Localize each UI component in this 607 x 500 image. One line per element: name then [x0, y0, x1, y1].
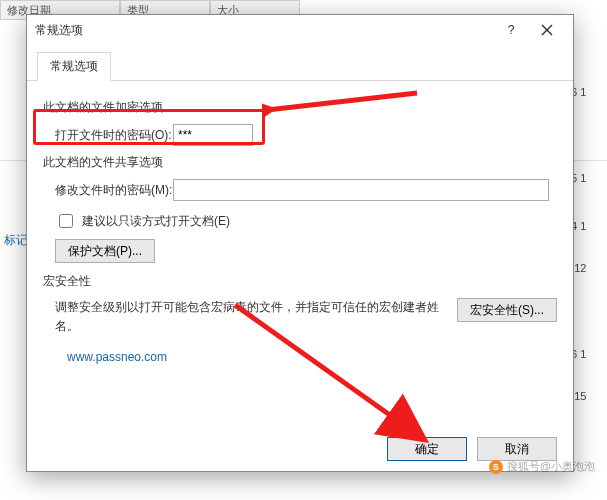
readonly-label: 建议以只读方式打开文档(E)	[82, 213, 230, 230]
macro-description: 调整安全级别以打开可能包含宏病毒的文件，并指定可信任的宏创建者姓名。	[55, 298, 447, 336]
general-options-dialog: 常规选项 ? 常规选项 此文档的文件加密选项 打开文件时的密码(O): 此文档的…	[26, 14, 574, 472]
cancel-button[interactable]: 取消	[477, 437, 557, 461]
section-share-label: 此文档的文件共享选项	[43, 154, 557, 171]
readonly-checkbox[interactable]	[59, 214, 73, 228]
help-button[interactable]: ?	[493, 16, 529, 44]
open-password-row: 打开文件时的密码(O):	[55, 124, 557, 146]
watermark-text: 搜狐号@小奥泡泡	[507, 459, 595, 474]
tabstrip: 常规选项	[27, 45, 573, 81]
dialog-content: 此文档的文件加密选项 打开文件时的密码(O): 此文档的文件共享选项 修改文件时…	[27, 81, 573, 427]
open-password-input[interactable]	[173, 124, 253, 146]
section-encrypt-label: 此文档的文件加密选项	[43, 99, 557, 116]
open-password-label: 打开文件时的密码(O):	[55, 127, 173, 144]
modify-password-label: 修改文件时的密码(M):	[55, 182, 173, 199]
sohu-icon: S	[489, 460, 503, 474]
macro-security-button[interactable]: 宏安全性(S)...	[457, 298, 557, 322]
ok-button[interactable]: 确定	[387, 437, 467, 461]
close-icon	[541, 24, 553, 36]
modify-password-input[interactable]	[173, 179, 549, 201]
passneo-link[interactable]: www.passneo.com	[67, 350, 167, 364]
readonly-checkbox-row: 建议以只读方式打开文档(E)	[55, 211, 557, 231]
dialog-title: 常规选项	[35, 22, 493, 39]
close-button[interactable]	[529, 16, 565, 44]
watermark: S 搜狐号@小奥泡泡	[489, 459, 595, 474]
section-macro-label: 宏安全性	[43, 273, 557, 290]
protect-document-button[interactable]: 保护文档(P)...	[55, 239, 155, 263]
titlebar: 常规选项 ?	[27, 15, 573, 45]
tab-general[interactable]: 常规选项	[37, 52, 111, 81]
modify-password-row: 修改文件时的密码(M):	[55, 179, 557, 201]
